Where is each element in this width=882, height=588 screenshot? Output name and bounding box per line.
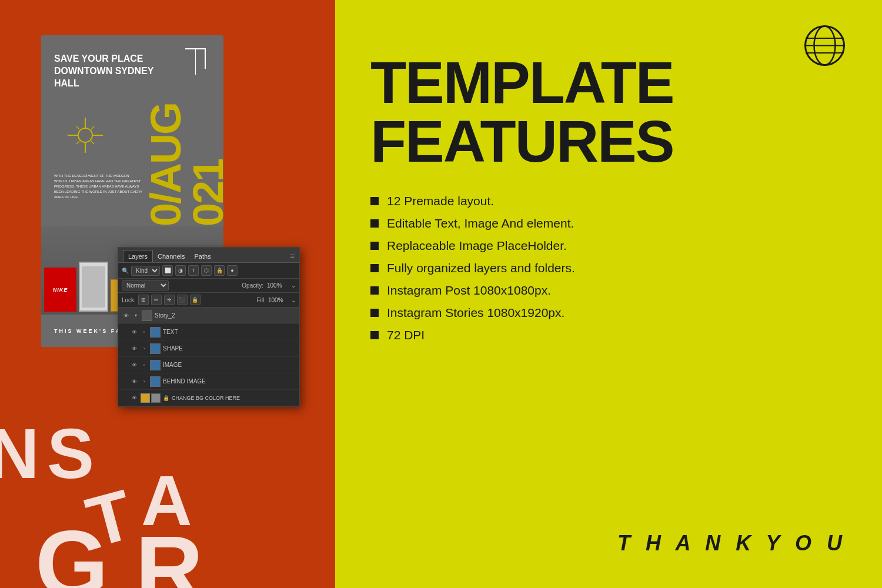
layer-swatch-a [141,393,150,403]
layer-arrow-image[interactable]: › [141,362,148,369]
right-panel: TEMPLATE FEATURES 12 Premade layout. Edi… [335,0,882,588]
layers-shape-btn[interactable]: ⬡ [201,265,212,276]
feature-text-1: 12 Premade layout. [387,194,494,208]
thank-you-text: T H A N K Y O U [617,531,847,556]
layer-eye-behind[interactable]: 👁 [130,377,138,386]
layer-eye-text[interactable]: 👁 [130,328,138,336]
layers-dot-btn[interactable]: ● [227,265,238,276]
layer-item-image[interactable]: 👁 › IMAGE [118,357,299,373]
layer-thumb-text [150,327,161,338]
opacity-label: Opacity: [242,282,263,289]
opacity-chevron: ⌄ [291,282,296,289]
layers-pixel-btn[interactable]: ⬜ [162,265,173,276]
layers-search-row: 🔍 Kind ⬜ ◑ T ⬡ 🔒 ● [118,263,299,279]
crosshair-icon [65,115,106,158]
feature-text-3: Replaceable Image PlaceHolder. [387,239,567,253]
letter-n: N [0,413,36,494]
layer-eye-bg[interactable]: 👁 [130,394,138,402]
bullet-7 [370,331,379,339]
svg-line-8 [91,141,94,144]
layer-name-behind: BEHIND IMAGE [163,378,296,385]
bullet-2 [370,219,379,228]
layers-menu-icon[interactable]: ≡ [290,252,295,260]
layer-thumb-behind [150,376,161,387]
layer-eye-story2[interactable]: 👁 [122,312,130,320]
feature-text-4: Fully organized layers and folders. [387,261,575,275]
bullet-3 [370,242,379,250]
layer-arrow-text[interactable]: › [141,329,148,336]
fill-label: Fill: [256,297,266,303]
lock-move-btn[interactable]: ✛ [164,295,175,305]
feature-item-5: Instagram Post 1080x1080px. [370,283,847,298]
corner-mark-v [195,48,196,75]
frame-inner [82,266,105,308]
feature-text-2: Editable Text, Image And element. [387,216,574,230]
layers-tabs: Layers Channels Paths ≡ [118,248,299,263]
feature-item-1: 12 Premade layout. [370,194,847,208]
bullet-6 [370,309,379,317]
lock-all-btn[interactable]: 🔒 [190,295,201,305]
layer-swatch-b [151,393,161,403]
layer-arrow-shape[interactable]: › [141,345,148,352]
layer-thumb-story2 [142,310,152,321]
layers-kind-select[interactable]: Kind [131,266,160,276]
heading-line2: FEATURES [370,112,847,171]
svg-line-7 [76,141,79,144]
globe-icon [803,24,847,70]
opacity-value[interactable]: 100% [267,282,288,289]
layer-thumb-image [150,360,161,370]
frame-block [79,262,108,312]
bullet-5 [370,286,379,295]
lock-artboard-btn[interactable]: ⬛ [177,295,188,305]
layers-lock-row: Lock: ⊞ ✏ ✛ ⬛ 🔒 Fill: 100% ⌄ [118,293,299,308]
nike-block: NIKE [44,268,76,312]
layers-panel: Layers Channels Paths ≡ 🔍 Kind ⬜ ◑ T ⬡ 🔒… [118,247,300,407]
layer-name-text: TEXT [163,329,296,335]
layer-thumb-shape [150,343,161,354]
layer-item-story2[interactable]: 👁 ▾ Story_2 [118,308,299,324]
layers-smart-btn[interactable]: 🔒 [214,265,225,276]
layer-item-behind-image[interactable]: 👁 › BEHIND IMAGE [118,373,299,390]
layer-name-image: IMAGE [163,362,296,368]
layer-arrow-story2[interactable]: ▾ [132,312,139,319]
layer-eye-shape[interactable]: 👁 [130,345,138,353]
layer-lock-icon: 🔒 [163,395,169,401]
heading-line1: TEMPLATE [370,53,847,112]
layer-swatch-group [141,393,161,403]
bullet-1 [370,197,379,205]
layers-adjust-btn[interactable]: ◑ [175,265,186,276]
left-panel: SAVE YOUR PLACEDOWNTOWN SYDNEYHALL 20/AU… [0,0,335,588]
svg-point-0 [78,128,92,142]
feature-text-7: 72 DPI [387,328,425,342]
layers-blend-row: Normal Opacity: 100% ⌄ [118,279,299,293]
features-list: 12 Premade layout. Editable Text, Image … [370,194,847,342]
fill-value[interactable]: 100% [268,297,289,303]
layer-eye-image[interactable]: 👁 [130,361,138,369]
lock-pixel-btn[interactable]: ⊞ [138,295,149,305]
poster-save-text: SAVE YOUR PLACEDOWNTOWN SYDNEYHALL [54,53,153,89]
nike-logo: NIKE [53,287,68,293]
layer-item-bg-color[interactable]: 👁 🔒 CHANGE BG COLOR HERE [118,390,299,406]
feature-item-6: Instagram Stories 1080x1920px. [370,306,847,320]
search-icon: 🔍 [122,268,129,274]
layer-name-story2: Story_2 [155,312,296,319]
layer-arrow-behind[interactable]: › [141,378,148,385]
letter-g: G [35,509,108,588]
layer-name-shape: SHAPE [163,345,296,352]
blend-mode-select[interactable]: Normal [122,280,169,290]
layers-tab-paths[interactable]: Paths [190,250,216,262]
feature-item-2: Editable Text, Image And element. [370,216,847,230]
lock-draw-btn[interactable]: ✏ [151,295,162,305]
template-heading: TEMPLATE FEATURES [370,53,847,171]
layers-list: 👁 ▾ Story_2 👁 › TEXT 👁 › SHAPE 👁 [118,308,299,406]
feature-text-6: Instagram Stories 1080x1920px. [387,306,564,320]
layers-tab-channels[interactable]: Channels [153,250,189,262]
layers-tab-layers[interactable]: Layers [123,250,153,262]
fill-chevron: ⌄ [291,297,296,303]
layers-type-btn[interactable]: T [188,265,199,276]
feature-text-5: Instagram Post 1080x1080px. [387,283,551,298]
letter-r: R [135,515,203,588]
layer-item-shape[interactable]: 👁 › SHAPE [118,340,299,357]
svg-line-6 [91,126,94,129]
layer-item-text[interactable]: 👁 › TEXT [118,324,299,340]
